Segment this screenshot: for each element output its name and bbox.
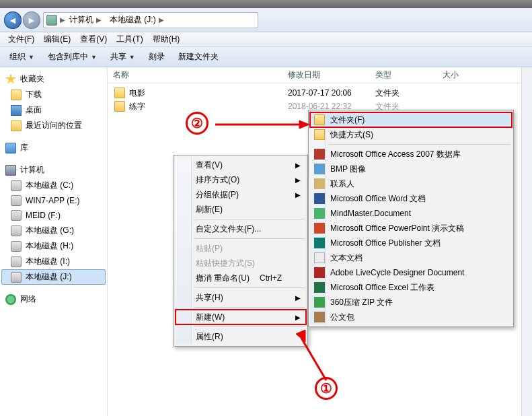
ctx-separator (194, 326, 305, 327)
annotation-two: ② (186, 112, 208, 135)
tool-newfolder[interactable]: 新建文件夹 (173, 49, 224, 65)
sidebar-drive-c[interactable]: 本地磁盘 (C:) (1, 178, 106, 193)
chevron-right-icon[interactable]: ▶ (159, 16, 164, 24)
sidebar-item-label: MEID (F:) (26, 211, 61, 220)
ctx-new-word[interactable]: Microsoft Office Word 文档 (310, 191, 512, 206)
ctx-new-zip[interactable]: 360压缩 ZIP 文件 (310, 295, 512, 310)
forward-button[interactable]: ► (23, 11, 40, 29)
ctx-label: 排序方式(O) (196, 174, 239, 186)
file-list: 电影 2017-07-17 20:06 文件夹 练字 2018-06-21 22… (108, 83, 532, 113)
ctx-new-txt[interactable]: 文本文档 (310, 250, 512, 265)
ctx-new-briefcase[interactable]: 公文包 (310, 310, 512, 324)
tool-include[interactable]: 包含到库中▼ (42, 49, 102, 65)
ctx-refresh[interactable]: 刷新(E) (176, 202, 306, 217)
ctx-view[interactable]: 查看(V)▶ (176, 158, 306, 172)
sidebar-drive-j[interactable]: 本地磁盘 (J:) (1, 269, 106, 285)
folder-icon (11, 90, 22, 100)
ctx-new-folder[interactable]: 文件夹(F) (310, 112, 512, 127)
sidebar-item-label: 最近访问的位置 (26, 120, 82, 131)
ctx-new-access[interactable]: Microsoft Office Access 2007 数据库 (310, 147, 512, 162)
ctx-new-shortcut[interactable]: 快捷方式(S) (310, 127, 512, 142)
zip-icon (314, 297, 325, 308)
col-name[interactable]: 名称 (108, 69, 282, 81)
sidebar-net-header[interactable]: 网络 (1, 291, 106, 307)
col-size[interactable]: 大小 (437, 69, 491, 81)
sidebar-pc-header[interactable]: 计算机 (1, 162, 106, 178)
access-icon (314, 149, 325, 160)
menu-file[interactable]: 文件(F) (4, 32, 38, 46)
sidebar-item-desktop[interactable]: 桌面 (1, 102, 106, 118)
explorer-window: ◄ ► ▶ 计算机▶ 本地磁盘 (J:)▶ 文件(F) 编辑(E) 查看(V) … (0, 0, 532, 416)
row-type: 文件夹 (370, 88, 437, 99)
tool-organize[interactable]: 组织▼ (4, 49, 40, 65)
sidebar-item-recent[interactable]: 最近访问的位置 (1, 118, 106, 133)
sidebar-lib-header[interactable]: 库 (1, 140, 106, 155)
menu-edit[interactable]: 编辑(E) (40, 32, 75, 46)
vertical-scrollbar[interactable] (521, 67, 532, 416)
breadcrumb-root[interactable]: 计算机▶ (65, 14, 106, 26)
table-row[interactable]: 电影 2017-07-17 20:06 文件夹 (108, 86, 532, 100)
ctx-label: 文本文档 (330, 252, 363, 264)
sidebar-fav-header[interactable]: 收藏夹 (1, 71, 106, 87)
desktop-icon (11, 105, 22, 116)
ctx-new-excel[interactable]: Microsoft Office Excel 工作表 (310, 280, 512, 295)
sidebar-item-label: 下载 (26, 89, 42, 100)
chevron-right-icon[interactable]: ▶ (60, 16, 65, 24)
ctx-new-bmp[interactable]: BMP 图像 (310, 162, 512, 176)
sidebar-drive-h[interactable]: 本地磁盘 (H:) (1, 238, 106, 254)
menu-tools[interactable]: 工具(T) (112, 32, 147, 46)
sidebar-item-downloads[interactable]: 下载 (1, 87, 106, 102)
sidebar-drive-g[interactable]: 本地磁盘 (G:) (1, 223, 106, 238)
ctx-label: MindMaster.Document (330, 209, 411, 218)
ctx-customize[interactable]: 自定义文件夹(F)... (176, 221, 306, 236)
breadcrumb[interactable]: ▶ 计算机▶ 本地磁盘 (J:)▶ (43, 12, 258, 28)
sidebar-item-label: 本地磁盘 (H:) (26, 240, 73, 252)
sidebar-drive-f[interactable]: MEID (F:) (1, 208, 106, 223)
tool-share[interactable]: 共享▼ (105, 49, 141, 65)
contact-icon (314, 178, 325, 189)
sidebar-drive-e[interactable]: WIN7-APP (E:) (1, 193, 106, 208)
menu-view[interactable]: 查看(V) (76, 32, 111, 46)
context-menu: 查看(V)▶ 排序方式(O)▶ 分组依据(P)▶ 刷新(E) 自定义文件夹(F)… (174, 155, 308, 347)
svg-marker-3 (296, 330, 305, 342)
sidebar-item-label: WIN7-APP (E:) (26, 196, 79, 205)
chevron-right-icon: ▶ (295, 191, 301, 199)
ctx-new-mindmaster[interactable]: MindMaster.Document (310, 206, 512, 221)
ctx-label: 文件夹(F) (330, 114, 365, 126)
ctx-label: 分组依据(P) (196, 189, 239, 201)
library-icon (5, 143, 16, 153)
row-name: 电影 (129, 88, 145, 99)
ctx-label: 共享(H) (196, 292, 223, 304)
ctx-label: Microsoft Office Excel 工作表 (330, 282, 434, 293)
drive-icon (11, 195, 22, 206)
network-icon (5, 294, 16, 305)
ctx-new-publisher[interactable]: Microsoft Office Publisher 文档 (310, 236, 512, 250)
tool-burn[interactable]: 刻录 (143, 49, 170, 65)
col-type[interactable]: 类型 (370, 69, 437, 81)
sidebar-pc-header-label: 计算机 (20, 164, 44, 176)
ctx-undo[interactable]: 撤消 重命名(U)Ctrl+Z (176, 271, 306, 285)
drive-icon (11, 256, 22, 267)
ctx-properties[interactable]: 属性(R) (176, 329, 306, 344)
drive-icon (11, 226, 22, 236)
sidebar: 收藏夹 下载 桌面 最近访问的位置 库 计算机 本地磁盘 (C:) WIN7-A… (0, 67, 108, 416)
ctx-new[interactable]: 新建(W)▶ (176, 310, 306, 324)
col-date[interactable]: 修改日期 (282, 69, 370, 81)
breadcrumb-path[interactable]: 本地磁盘 (J:)▶ (106, 14, 168, 26)
ctx-new-contact[interactable]: 联系人 (310, 176, 512, 191)
ctx-group[interactable]: 分组依据(P)▶ (176, 187, 306, 202)
window-titlebar[interactable] (0, 0, 532, 8)
sidebar-drive-i[interactable]: 本地磁盘 (I:) (1, 254, 106, 269)
ctx-share[interactable]: 共享(H)▶ (176, 290, 306, 305)
folder-icon (114, 101, 125, 112)
ctx-label: BMP 图像 (330, 164, 366, 175)
sidebar-item-label: 本地磁盘 (C:) (26, 180, 73, 191)
ctx-sort[interactable]: 排序方式(O)▶ (176, 172, 306, 187)
menu-help[interactable]: 帮助(H) (149, 32, 184, 46)
ctx-label: Microsoft Office PowerPoint 演示文稿 (330, 223, 464, 234)
ctx-new-ppt[interactable]: Microsoft Office PowerPoint 演示文稿 (310, 221, 512, 236)
ctx-new-adobe[interactable]: Adobe LiveCycle Designer Document (310, 265, 512, 280)
back-button[interactable]: ◄ (4, 11, 22, 29)
shortcut-icon (314, 129, 325, 140)
chevron-right-icon[interactable]: ▶ (96, 16, 102, 24)
